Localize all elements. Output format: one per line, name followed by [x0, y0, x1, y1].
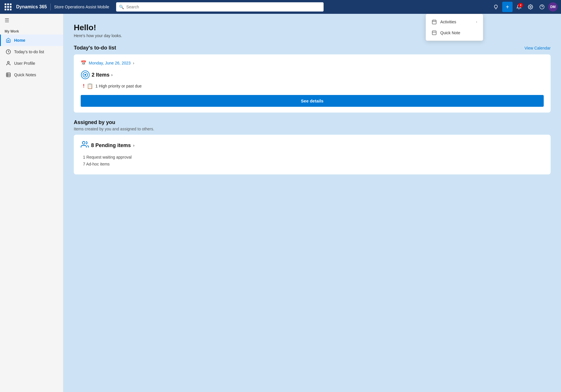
task-red-icon: 📋 — [87, 83, 93, 89]
body-layout: ☰ My Work Home Today's to-do list User P… — [0, 14, 561, 392]
pending-count-text: 8 Pending items — [91, 142, 131, 149]
svg-point-11 — [84, 74, 86, 76]
quick-notes-icon — [5, 72, 11, 78]
search-container: 🔍 — [116, 2, 324, 12]
dropdown-quick-note[interactable]: Quick Note — [426, 27, 483, 38]
todo-icon — [5, 49, 11, 55]
svg-point-4 — [7, 61, 9, 63]
today-card: 📅 Monday, June 26, 2023 › 2 Items › ! 📋 … — [74, 54, 551, 113]
today-section-title: Today's to-do list — [74, 45, 116, 51]
sidebar-item-user-profile[interactable]: User Profile — [0, 58, 63, 69]
sidebar-section-label: My Work — [0, 27, 63, 35]
items-count-text: 2 Items — [92, 72, 109, 78]
sidebar-item-user-profile-label: User Profile — [14, 61, 35, 66]
sidebar-item-todo[interactable]: Today's to-do list — [0, 46, 63, 58]
hamburger-menu[interactable]: ☰ — [0, 14, 63, 27]
notification-badge: 2 — [518, 3, 523, 7]
search-input[interactable] — [126, 5, 321, 9]
exclamation-icon: ! — [83, 83, 84, 89]
sidebar-item-home[interactable]: Home — [0, 35, 63, 46]
date-chevron-icon[interactable]: › — [133, 61, 134, 65]
pending-row: 8 Pending items › — [81, 140, 544, 150]
svg-rect-5 — [6, 73, 10, 77]
home-icon — [5, 37, 11, 43]
items-count-row: 2 Items › — [81, 70, 544, 79]
sidebar-item-home-label: Home — [14, 38, 25, 43]
quick-note-label: Quick Note — [440, 31, 460, 35]
assigned-users-icon — [81, 140, 89, 150]
svg-point-12 — [82, 142, 85, 144]
svg-point-0 — [530, 6, 531, 8]
activities-label: Activities — [440, 20, 456, 24]
dropdown-activities[interactable]: Activities › — [426, 16, 483, 27]
priority-text: 1 High priority or past due — [95, 84, 141, 88]
pending-detail-2: 7 Ad-hoc items — [81, 162, 544, 166]
assigned-subtitle: Items created by you and assigned to oth… — [74, 127, 551, 131]
lightbulb-button[interactable] — [491, 2, 501, 12]
items-chevron-icon[interactable]: › — [111, 73, 113, 77]
pending-detail-1: 1 Request waiting approval — [81, 155, 544, 159]
svg-rect-17 — [432, 31, 436, 35]
svg-rect-13 — [432, 20, 436, 24]
user-profile-icon — [5, 60, 11, 66]
assigned-card: 8 Pending items › 1 Request waiting appr… — [74, 135, 551, 174]
date-text: Monday, June 26, 2023 — [89, 61, 131, 65]
sidebar-item-todo-label: Today's to-do list — [14, 50, 44, 54]
calendar-icon: 📅 — [81, 60, 86, 66]
waffle-menu[interactable] — [3, 2, 13, 12]
topnav-actions: + 2 DM — [491, 2, 558, 12]
activities-dropdown: Activities › Quick Note — [426, 14, 483, 41]
main-content: Hello! Here's how your day looks. Today'… — [63, 14, 561, 392]
activities-chevron-icon: › — [476, 20, 477, 24]
today-section-header: Today's to-do list View Calendar — [74, 45, 551, 51]
activities-icon — [432, 19, 437, 24]
brand-label: Dynamics 365 — [16, 4, 47, 9]
see-details-button[interactable]: See details — [81, 95, 544, 107]
sidebar-item-quick-notes-label: Quick Notes — [14, 73, 36, 77]
quick-note-icon — [432, 30, 437, 35]
priority-row: ! 📋 1 High priority or past due — [81, 83, 544, 89]
date-row: 📅 Monday, June 26, 2023 › — [81, 60, 544, 66]
settings-button[interactable] — [525, 2, 536, 12]
add-button[interactable]: + — [502, 2, 513, 12]
pending-chevron-icon[interactable]: › — [133, 143, 135, 148]
help-button[interactable] — [537, 2, 547, 12]
plus-label: + — [506, 4, 509, 10]
avatar[interactable]: DM — [548, 2, 558, 12]
sidebar: ☰ My Work Home Today's to-do list User P… — [0, 14, 63, 392]
app-name-label: Store Operations Assist Mobile — [54, 5, 109, 9]
nav-divider — [50, 3, 51, 10]
target-icon — [81, 70, 90, 79]
view-calendar-link[interactable]: View Calendar — [524, 46, 551, 50]
sidebar-item-quick-notes[interactable]: Quick Notes — [0, 69, 63, 81]
search-icon: 🔍 — [119, 5, 124, 9]
assigned-title: Assigned by you — [74, 119, 551, 125]
topnav: Dynamics 365 Store Operations Assist Mob… — [0, 0, 561, 14]
notifications-button[interactable]: 2 — [514, 2, 524, 12]
